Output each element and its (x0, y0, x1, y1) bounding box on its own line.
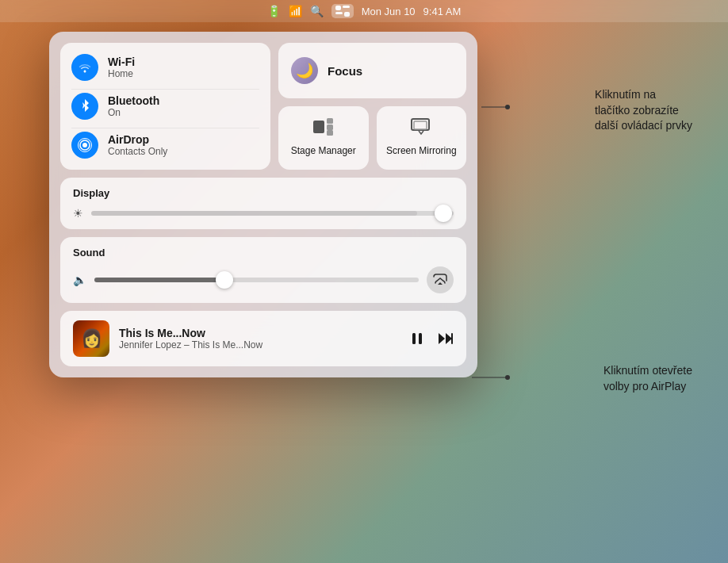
focus-label: Focus (328, 64, 362, 78)
sound-section-label: Sound (73, 247, 454, 259)
svg-rect-7 (313, 121, 324, 133)
now-playing-info: This Is Me...Now Jennifer Lopez – This I… (119, 327, 400, 350)
stage-manager-button[interactable]: Stage Manager (278, 106, 369, 170)
volume-slider[interactable] (94, 278, 419, 282)
screen-mirroring-icon (411, 118, 431, 140)
album-art: 👩 (73, 320, 109, 357)
bluetooth-label: Bluetooth (108, 94, 159, 107)
airdrop-subtitle: Contacts Only (108, 146, 167, 157)
annotation-1: Kliknutím na tlačítko zobrazíte další ov… (595, 87, 692, 134)
wifi-text: Wi-Fi Home (108, 56, 135, 79)
sound-slider-row: 🔈 (73, 266, 454, 293)
right-col: 🌙 Focus Stage Manager (278, 43, 466, 170)
menubar: 🔋 📶 🔍 Mon Jun 10 9:41 AM (0, 0, 728, 22)
svg-rect-3 (344, 12, 350, 17)
svg-rect-14 (419, 333, 422, 344)
wifi-label: Wi-Fi (108, 56, 135, 68)
bluetooth-text: Bluetooth On (108, 94, 159, 118)
annotation-2: Kliknutím otevřete volby pro AirPlay (603, 363, 692, 394)
wifi-icon (71, 54, 98, 81)
annotation-1-line1: Kliknutím na (595, 88, 656, 101)
svg-rect-12 (414, 121, 427, 129)
airplay-button[interactable] (427, 266, 454, 293)
bluetooth-item[interactable]: Bluetooth On (71, 89, 259, 123)
connectivity-block: Wi-Fi Home Bluetooth On (60, 43, 270, 170)
svg-rect-8 (327, 118, 333, 124)
brightness-slider[interactable] (91, 211, 454, 216)
wifi-item[interactable]: Wi-Fi Home (71, 51, 259, 84)
display-slider-row: ☀ (73, 207, 454, 220)
svg-rect-9 (327, 124, 333, 130)
svg-rect-10 (327, 130, 333, 136)
svg-point-19 (505, 375, 510, 380)
svg-rect-0 (335, 6, 341, 10)
airdrop-item[interactable]: AirDrop Contacts Only (71, 128, 259, 162)
wifi-status-icon: 📶 (289, 5, 302, 17)
focus-moon-icon: 🌙 (291, 57, 318, 84)
bluetooth-icon (71, 93, 98, 120)
menubar-datetime: Mon Jun 10 (362, 6, 416, 17)
sound-section: Sound 🔈 (60, 237, 466, 303)
menubar-time: 9:41 AM (423, 6, 462, 17)
annotation-1-line3: další ovládací prvky (595, 119, 692, 132)
battery-icon: 🔋 (267, 5, 281, 17)
display-section-label: Display (73, 187, 454, 199)
wifi-subtitle: Home (108, 68, 135, 79)
spotlight-icon[interactable]: 🔍 (310, 5, 324, 17)
svg-rect-2 (335, 12, 343, 14)
skip-forward-button[interactable] (436, 331, 454, 347)
stage-manager-label: Stage Manager (291, 145, 356, 158)
top-row: Wi-Fi Home Bluetooth On (60, 43, 466, 170)
svg-point-4 (82, 143, 87, 147)
bluetooth-subtitle: On (108, 107, 159, 118)
bottom-buttons: Stage Manager Screen Mirroring (278, 106, 466, 170)
svg-point-17 (505, 105, 510, 109)
screen-mirroring-label: Screen Mirroring (386, 145, 457, 158)
volume-low-icon: 🔈 (73, 274, 86, 286)
brightness-low-icon: ☀ (73, 207, 83, 220)
annotation-2-line2: volby pro AirPlay (603, 380, 686, 393)
album-art-inner: 👩 (73, 320, 109, 357)
display-section: Display ☀ (60, 178, 466, 229)
stage-manager-icon (313, 118, 334, 140)
annotation-1-line2: tlačítko zobrazíte (595, 104, 679, 117)
svg-rect-15 (451, 333, 453, 344)
now-playing-artist: Jennifer Lopez – This Is Me...Now (119, 339, 400, 350)
control-center-icon[interactable] (331, 4, 354, 18)
pause-button[interactable] (409, 331, 425, 347)
svg-rect-1 (343, 6, 350, 8)
annotation-2-line1: Kliknutím otevřete (603, 364, 692, 377)
airdrop-text: AirDrop Contacts Only (108, 133, 167, 157)
airdrop-icon (71, 132, 98, 159)
now-playing-section: 👩 This Is Me...Now Jennifer Lopez – This… (60, 311, 466, 366)
airdrop-label: AirDrop (108, 133, 167, 146)
control-center-panel: Wi-Fi Home Bluetooth On (49, 32, 477, 377)
now-playing-title: This Is Me...Now (119, 327, 400, 339)
playback-controls (409, 331, 454, 347)
svg-rect-13 (412, 333, 416, 344)
focus-button[interactable]: 🌙 Focus (278, 43, 466, 98)
screen-mirroring-button[interactable]: Screen Mirroring (377, 106, 467, 170)
